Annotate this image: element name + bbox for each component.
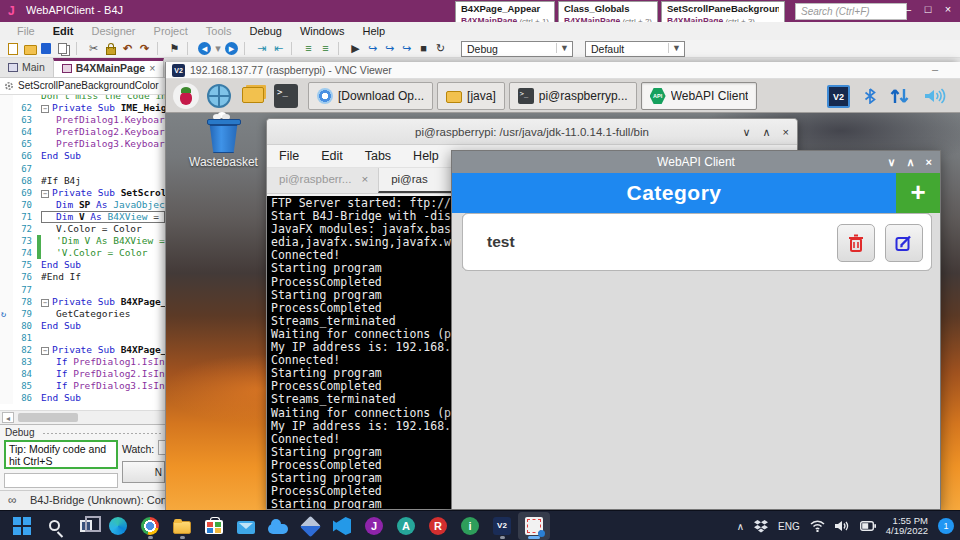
maximize-button[interactable]: □ xyxy=(920,3,936,15)
code-line[interactable]: 81 xyxy=(0,332,165,344)
toolbar-icon[interactable] xyxy=(21,41,38,56)
terminal-titlebar[interactable]: pi@raspberrypi: /usr/java/jdk-11.0.14.1-… xyxy=(267,119,797,145)
terminal-menu-item[interactable]: Tabs xyxy=(365,149,391,163)
tray-chevron-icon[interactable]: ∧ xyxy=(737,521,744,532)
toolbar-icon[interactable]: ■ xyxy=(415,41,432,56)
toolbar-icon[interactable] xyxy=(187,42,194,55)
code-line[interactable]: 65 PrefDialog3.KeyboardH xyxy=(0,138,165,150)
taskbar-app-icon[interactable]: V2 xyxy=(486,512,518,540)
debug-value-field[interactable] xyxy=(4,473,118,488)
taskbar-app-icon[interactable] xyxy=(198,512,230,540)
taskbar-app-icon[interactable]: J xyxy=(358,512,390,540)
menu-item[interactable]: Edit xyxy=(44,25,83,37)
bluetooth-icon[interactable] xyxy=(864,88,876,104)
vnc-minimize-button[interactable]: – xyxy=(932,63,938,75)
clock[interactable]: 1:55 PM 4/19/2022 xyxy=(886,516,928,537)
toolbar-icon[interactable]: ↪ xyxy=(364,41,381,56)
toolbar-icon[interactable]: ◂ xyxy=(196,41,213,56)
toolbar-icon[interactable] xyxy=(291,42,298,55)
pi-window-button[interactable]: >_ pi@raspberryp... xyxy=(509,82,637,110)
vnc-tray-icon[interactable]: V2 xyxy=(827,85,850,108)
toolbar-icon[interactable]: ≡ xyxy=(300,41,317,56)
taskbar-app-icon[interactable]: A xyxy=(390,512,422,540)
toolbar-icon[interactable] xyxy=(76,42,83,55)
terminal-tab-1[interactable]: pi@raspberr...× xyxy=(267,168,378,193)
toolbar-icon[interactable]: ↷ xyxy=(136,41,153,56)
edit-category-button[interactable] xyxy=(885,224,923,262)
pi-window-button[interactable]: API WebAPI Client xyxy=(641,82,758,110)
webapi-maximize-button[interactable]: ∧ xyxy=(907,151,915,173)
menu-item[interactable]: Windows xyxy=(291,25,354,37)
code-line[interactable]: 75 End Sub xyxy=(0,259,165,271)
toolbar-icon[interactable]: ⇥ xyxy=(253,41,270,56)
taskbar-app-icon[interactable]: R xyxy=(422,512,454,540)
code-line[interactable]: 86 End Sub xyxy=(0,392,165,404)
pi-window-button[interactable]: [Download Op... xyxy=(308,82,433,110)
toolbar-icon[interactable]: ≡ xyxy=(317,41,334,56)
menu-item[interactable]: Tools xyxy=(197,25,241,37)
code-line[interactable]: 80 End Sub xyxy=(0,320,165,332)
menu-item[interactable]: Project xyxy=(145,25,197,37)
toolbar-icon[interactable]: ⇤ xyxy=(270,41,287,56)
toolbar-icon[interactable] xyxy=(102,41,119,56)
editor-hscrollbar[interactable]: ◂ xyxy=(0,410,165,424)
watch-button-partial[interactable]: N xyxy=(122,461,165,483)
taskbar-app-icon[interactable] xyxy=(230,512,262,540)
code-line[interactable]: 73 'Dim V As B4XView = xyxy=(0,235,165,247)
taskbar-app-icon[interactable] xyxy=(518,512,550,540)
network-arrows-icon[interactable] xyxy=(890,88,910,104)
dropbox-icon[interactable] xyxy=(754,520,768,533)
add-category-button[interactable]: + xyxy=(896,173,940,213)
code-line[interactable]: 63 PrefDialog1.KeyboardH xyxy=(0,114,165,126)
taskbar-app-icon[interactable] xyxy=(134,512,166,540)
taskbar-app-icon[interactable] xyxy=(262,512,294,540)
menu-item[interactable]: Help xyxy=(354,25,395,37)
file-manager-icon[interactable] xyxy=(242,87,264,103)
toolbar-icon[interactable]: ↪ xyxy=(398,41,415,56)
speaker-icon[interactable] xyxy=(835,520,850,532)
toolbar-icon[interactable]: ▶ xyxy=(347,41,364,56)
scrollbar-thumb[interactable] xyxy=(18,413,78,422)
code-line[interactable]: 64 PrefDialog2.KeyboardH xyxy=(0,126,165,138)
close-tab-icon[interactable]: × xyxy=(149,62,155,74)
code-line[interactable]: 62 −Private Sub IME_HeightC xyxy=(0,102,165,114)
build-mode-dropdown[interactable]: Debug▼ xyxy=(461,41,573,57)
minimize-button[interactable]: – xyxy=(900,3,916,15)
toolbar-icon[interactable] xyxy=(38,41,55,56)
code-line[interactable]: 68 #If B4j xyxy=(0,175,165,187)
search-input[interactable]: Search (Ctrl+F) xyxy=(795,3,907,20)
taskbar-app-icon[interactable] xyxy=(6,512,38,540)
taskbar-app-icon[interactable] xyxy=(102,512,134,540)
menu-item[interactable]: Debug xyxy=(240,25,290,37)
webapi-minimize-button[interactable]: ∨ xyxy=(887,151,895,173)
menu-item[interactable]: Designer xyxy=(83,25,145,37)
code-line[interactable]: 69 −Private Sub SetScrollPan xyxy=(0,187,165,199)
pi-menu-icon[interactable] xyxy=(173,83,199,109)
terminal-close-button[interactable]: × xyxy=(783,119,789,145)
toolbar-icon[interactable] xyxy=(4,41,21,56)
taskbar-app-icon[interactable] xyxy=(166,512,198,540)
menu-item[interactable]: File xyxy=(8,25,44,37)
webapi-close-button[interactable]: × xyxy=(926,151,932,173)
code-line[interactable]: 84 If PrefDialog2.IsInitializ xyxy=(0,368,165,380)
code-line[interactable]: 66 End Sub xyxy=(0,150,165,162)
terminal-menu-item[interactable]: File xyxy=(279,149,299,163)
code-line[interactable]: 82 −Private Sub B4XPage_Re xyxy=(0,344,165,356)
taskbar-app-icon[interactable] xyxy=(70,512,102,540)
taskbar-app-icon[interactable] xyxy=(294,512,326,540)
wastebasket-desktop-icon[interactable]: Wastebasket xyxy=(176,115,271,169)
code-editor[interactable]: Don't miss the code in t 62 −Private Sub… xyxy=(0,95,165,410)
scroll-left-icon[interactable]: ◂ xyxy=(2,412,14,423)
category-card[interactable]: test xyxy=(462,213,932,271)
terminal-menu-item[interactable]: Edit xyxy=(321,149,343,163)
toolbar-icon[interactable]: ▸ xyxy=(223,41,240,56)
notification-badge[interactable]: 1 xyxy=(938,518,954,534)
language-indicator[interactable]: ENG xyxy=(778,521,800,532)
browser-icon[interactable] xyxy=(207,84,231,108)
code-line[interactable]: 67 xyxy=(0,163,165,175)
b4j-titlebar[interactable]: J WebAPIClient - B4J B4XPage_Appear B4XM… xyxy=(0,0,960,22)
close-button[interactable]: × xyxy=(940,3,956,15)
toolbar-icon[interactable]: ✂ xyxy=(85,41,102,56)
code-line[interactable]: 85 If PrefDialog3.IsInitializ xyxy=(0,380,165,392)
code-line[interactable]: 77 xyxy=(0,284,165,296)
